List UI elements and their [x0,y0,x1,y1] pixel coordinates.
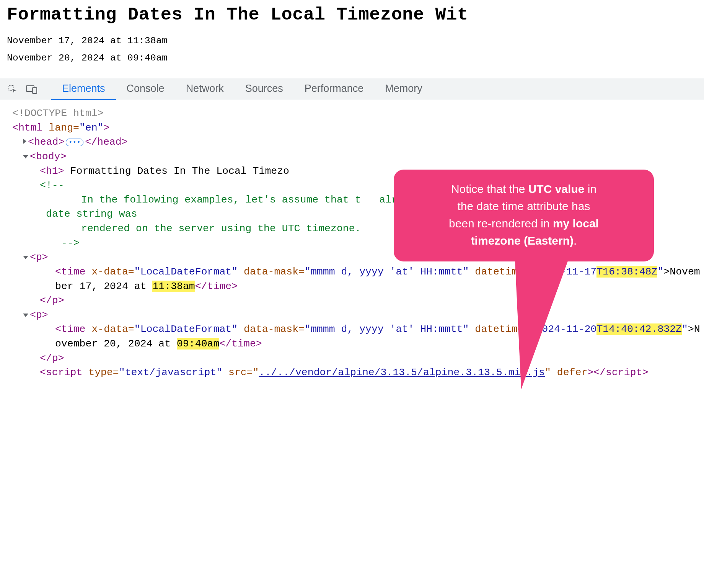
tab-console[interactable]: Console [116,78,175,100]
dom-html-open[interactable]: <html lang="en"> [12,121,700,136]
dom-p2-open[interactable]: <p> [12,308,700,323]
dom-body-open[interactable]: <body> [12,150,700,164]
annotation-callout-tail [506,259,569,389]
date-line-2: November 20, 2024 at 09:40am [7,53,697,63]
dom-head[interactable]: <head>•••</head> [12,135,700,150]
tab-elements[interactable]: Elements [51,78,116,100]
tab-memory[interactable]: Memory [374,78,433,100]
page-title: Formatting Dates In The Local Timezone W… [7,5,697,25]
caret-right-icon[interactable] [23,139,26,144]
dom-p1-close[interactable]: </p> [12,294,700,308]
devtools-tab-strip: Elements Console Network Sources Perform… [0,78,704,100]
dom-script[interactable]: <script type="text/javascript" src="../.… [12,366,700,380]
tab-performance[interactable]: Performance [294,78,375,100]
dom-p2-close[interactable]: </p> [12,351,700,366]
caret-down-icon[interactable] [23,155,28,158]
device-toggle-icon[interactable] [22,78,41,100]
svg-rect-2 [33,88,37,93]
rendered-page: Formatting Dates In The Local Timezone W… [0,0,704,63]
ellipsis-badge[interactable]: ••• [66,139,83,146]
caret-down-icon[interactable] [23,314,28,317]
inspect-icon[interactable] [3,78,22,100]
tab-sources[interactable]: Sources [235,78,294,100]
date-line-1: November 17, 2024 at 11:38am [7,36,697,46]
annotation-callout: Notice that the UTC value in the date ti… [394,170,654,261]
caret-down-icon[interactable] [23,256,28,259]
tab-network[interactable]: Network [175,78,235,100]
dom-time2[interactable]: <time x-data="LocalDateFormat" data-mask… [12,322,700,351]
dom-doctype[interactable]: <!DOCTYPE html> [12,106,700,121]
dom-time1[interactable]: <time x-data="LocalDateFormat" data-mask… [12,265,700,294]
